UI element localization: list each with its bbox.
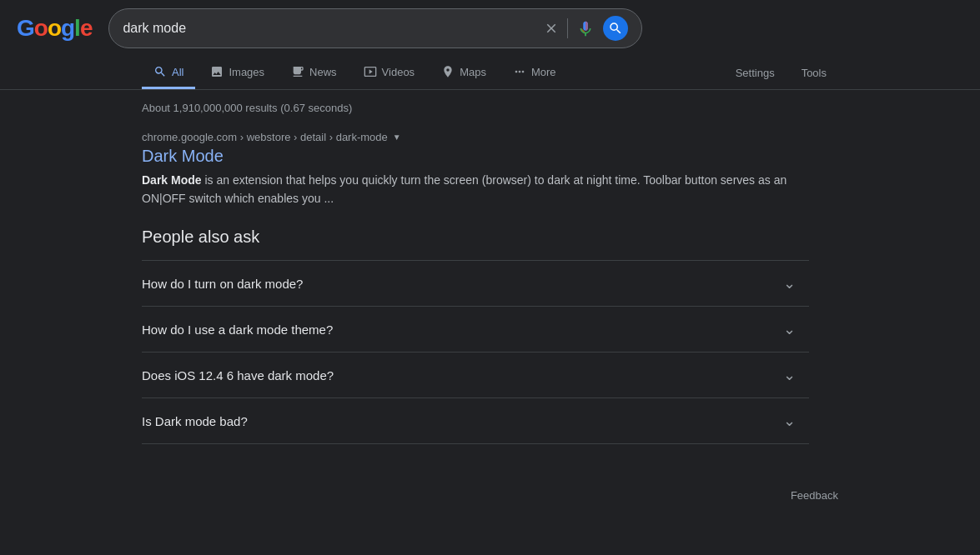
nav-tabs: All Images News Videos Maps More Setting… xyxy=(0,57,980,90)
tools-button[interactable]: Tools xyxy=(790,60,838,86)
tab-news-label: News xyxy=(309,66,337,78)
search-result: chrome.google.com › webstore › detail › … xyxy=(142,131,809,208)
paa-item[interactable]: Is Dark mode bad? ⌄ xyxy=(142,398,809,444)
google-logo[interactable]: Google xyxy=(17,15,92,42)
feedback-link[interactable]: Feedback xyxy=(791,489,838,502)
tab-images[interactable]: Images xyxy=(199,57,276,89)
paa-item[interactable]: How do I use a dark mode theme? ⌄ xyxy=(142,306,809,352)
microphone-icon[interactable] xyxy=(576,19,595,38)
result-url-row: chrome.google.com › webstore › detail › … xyxy=(142,131,809,143)
chevron-down-icon: ⌄ xyxy=(783,366,796,384)
paa-item[interactable]: How do I turn on dark mode? ⌄ xyxy=(142,260,809,306)
tab-videos-label: Videos xyxy=(382,66,415,78)
paa-question-2: How do I use a dark mode theme? xyxy=(142,322,333,337)
paa-item[interactable]: Does iOS 12.4 6 have dark mode? ⌄ xyxy=(142,352,809,398)
paa-question-1: How do I turn on dark mode? xyxy=(142,277,303,291)
people-also-ask: People also ask How do I turn on dark mo… xyxy=(142,228,809,444)
search-submit-button[interactable] xyxy=(603,16,628,41)
tab-maps[interactable]: Maps xyxy=(430,57,498,89)
chevron-down-icon: ⌄ xyxy=(783,274,796,292)
footer: Feedback xyxy=(0,472,980,518)
header: Google xyxy=(0,0,980,57)
chevron-down-icon: ⌄ xyxy=(783,320,796,338)
tab-all-label: All xyxy=(172,66,183,78)
result-title[interactable]: Dark Mode xyxy=(142,147,809,166)
tab-all[interactable]: All xyxy=(142,57,195,89)
tab-news[interactable]: News xyxy=(279,57,349,89)
result-snippet: Dark Mode is an extension that helps you… xyxy=(142,171,809,208)
tab-images-label: Images xyxy=(229,66,264,78)
paa-question-4: Is Dark mode bad? xyxy=(142,414,248,428)
search-divider xyxy=(567,18,568,38)
tab-maps-label: Maps xyxy=(460,66,486,78)
search-bar xyxy=(108,8,642,48)
tab-more[interactable]: More xyxy=(501,57,568,89)
results-count: About 1,910,000,000 results (0.67 second… xyxy=(142,102,838,114)
main-content: About 1,910,000,000 results (0.67 second… xyxy=(0,90,980,472)
result-url: chrome.google.com › webstore › detail › … xyxy=(142,131,388,143)
tab-more-label: More xyxy=(531,66,556,78)
settings-button[interactable]: Settings xyxy=(724,60,787,86)
chevron-down-icon: ⌄ xyxy=(783,412,796,430)
nav-right: Settings Tools xyxy=(724,60,838,86)
tab-videos[interactable]: Videos xyxy=(352,57,427,89)
paa-title: People also ask xyxy=(142,228,809,247)
result-url-dropdown[interactable]: ▼ xyxy=(393,132,401,142)
clear-button[interactable] xyxy=(544,21,559,36)
search-input[interactable] xyxy=(123,21,535,36)
paa-question-3: Does iOS 12.4 6 have dark mode? xyxy=(142,368,334,382)
